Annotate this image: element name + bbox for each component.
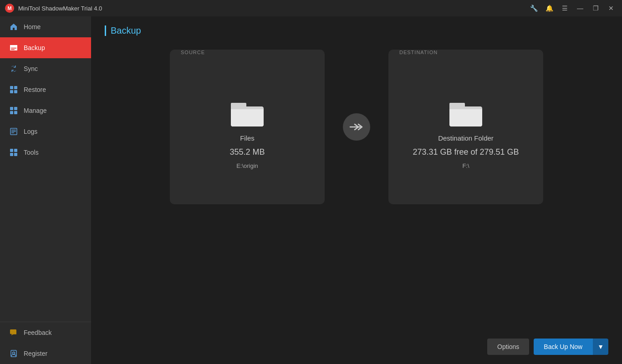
sidebar-item-restore-label: Restore xyxy=(24,86,46,93)
sync-icon xyxy=(9,64,18,73)
options-button[interactable]: Options xyxy=(487,339,529,355)
title-bar: M MiniTool ShadowMaker Trial 4.0 🔧 🔔 ☰ —… xyxy=(0,0,622,16)
sidebar-item-feedback[interactable]: Feedback xyxy=(0,322,91,343)
svg-rect-25 xyxy=(231,103,246,109)
source-path: E:\origin xyxy=(236,162,258,169)
wrench-icon[interactable]: 🔧 xyxy=(527,2,540,15)
page-title: Backup xyxy=(105,25,608,36)
tools-icon xyxy=(9,148,18,157)
svg-rect-4 xyxy=(11,48,16,49)
sidebar-item-sync-label: Sync xyxy=(24,65,38,72)
source-card-inner: Files 355.2 MB E:\origin xyxy=(229,64,265,204)
sidebar-item-backup-label: Backup xyxy=(24,44,45,51)
destination-folder-icon xyxy=(448,99,484,129)
arrow-icon xyxy=(349,122,364,131)
backup-icon xyxy=(9,43,18,52)
svg-rect-5 xyxy=(11,49,15,50)
close-button[interactable]: ✕ xyxy=(605,2,617,15)
backup-now-dropdown-button[interactable]: ▼ xyxy=(592,339,608,355)
svg-rect-22 xyxy=(10,329,16,334)
destination-label: DESTINATION xyxy=(399,50,438,55)
destination-path: F:\ xyxy=(462,162,469,169)
bell-icon[interactable]: 🔔 xyxy=(543,2,556,15)
app-body: Home Backup Sync xyxy=(0,16,622,364)
sidebar-item-tools[interactable]: Tools xyxy=(0,142,91,163)
sidebar-item-home[interactable]: Home xyxy=(0,16,91,37)
svg-rect-8 xyxy=(10,90,13,93)
svg-rect-7 xyxy=(14,86,17,89)
bottom-bar: Options Back Up Now ▼ xyxy=(487,339,608,355)
svg-rect-17 xyxy=(11,132,14,133)
svg-rect-19 xyxy=(14,149,17,152)
sidebar-bottom: Feedback Register xyxy=(0,322,91,364)
arrow-button[interactable] xyxy=(343,113,370,141)
sidebar-item-register-label: Register xyxy=(24,350,47,357)
source-folder-icon xyxy=(229,99,265,129)
svg-rect-16 xyxy=(11,131,16,132)
maximize-button[interactable]: ❐ xyxy=(589,2,602,15)
svg-rect-21 xyxy=(14,153,17,156)
source-card[interactable]: SOURCE Files 355.2 MB E:\origin xyxy=(170,50,325,204)
destination-card[interactable]: DESTINATION Destination Folder 273.31 GB… xyxy=(388,50,543,204)
restore-icon xyxy=(9,85,18,94)
home-icon xyxy=(9,22,18,31)
logs-icon xyxy=(9,127,18,136)
sidebar-item-tools-label: Tools xyxy=(24,149,39,156)
svg-rect-6 xyxy=(10,86,13,89)
sidebar-item-manage[interactable]: Manage xyxy=(0,100,91,121)
svg-point-24 xyxy=(13,352,15,354)
svg-rect-20 xyxy=(10,153,13,156)
sidebar-item-backup[interactable]: Backup xyxy=(0,37,91,58)
svg-rect-13 xyxy=(14,111,17,114)
destination-name: Destination Folder xyxy=(438,134,494,142)
menu-icon[interactable]: ☰ xyxy=(558,2,571,15)
svg-rect-26 xyxy=(449,103,465,109)
svg-rect-18 xyxy=(10,149,13,152)
svg-rect-3 xyxy=(10,45,17,47)
svg-rect-11 xyxy=(14,107,17,110)
app-logo: M xyxy=(5,3,15,13)
svg-rect-15 xyxy=(11,130,16,131)
svg-rect-9 xyxy=(14,90,17,93)
window-controls: 🔧 🔔 ☰ — ❐ ✕ xyxy=(527,2,617,15)
backup-button-group: Back Up Now ▼ xyxy=(534,339,608,355)
sidebar: Home Backup Sync xyxy=(0,16,91,364)
register-icon xyxy=(9,349,18,358)
sidebar-item-logs-label: Logs xyxy=(24,128,37,135)
svg-rect-10 xyxy=(10,107,13,110)
app-title: MiniTool ShadowMaker Trial 4.0 xyxy=(18,5,527,12)
sidebar-item-feedback-label: Feedback xyxy=(24,329,51,336)
destination-free-space: 273.31 GB free of 279.51 GB xyxy=(413,147,519,157)
minimize-button[interactable]: — xyxy=(574,2,586,15)
feedback-icon xyxy=(9,328,18,337)
cards-area: SOURCE Files 355.2 MB E:\origin xyxy=(105,50,608,204)
sidebar-item-register[interactable]: Register xyxy=(0,343,91,364)
backup-now-button[interactable]: Back Up Now xyxy=(534,339,592,355)
destination-card-inner: Destination Folder 273.31 GB free of 279… xyxy=(413,64,519,204)
source-label: SOURCE xyxy=(181,50,205,55)
svg-text:M: M xyxy=(7,5,11,11)
svg-rect-12 xyxy=(10,111,13,114)
main-content: Backup SOURCE Files 355.2 MB E:\origin xyxy=(91,16,622,364)
sidebar-item-sync[interactable]: Sync xyxy=(0,58,91,79)
source-name: Files xyxy=(240,134,255,142)
sidebar-item-manage-label: Manage xyxy=(24,107,47,114)
sidebar-item-restore[interactable]: Restore xyxy=(0,79,91,100)
sidebar-item-logs[interactable]: Logs xyxy=(0,121,91,142)
source-size: 355.2 MB xyxy=(229,147,265,157)
sidebar-item-home-label: Home xyxy=(24,23,41,30)
manage-icon xyxy=(9,106,18,115)
